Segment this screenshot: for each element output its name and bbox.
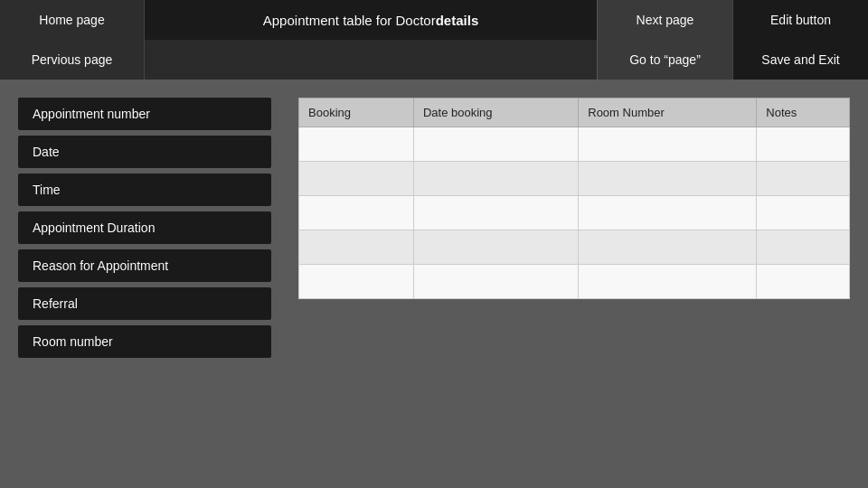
table-row: [299, 162, 850, 196]
table-cell-2-2[interactable]: [579, 196, 757, 230]
edit-button[interactable]: Edit button: [732, 0, 868, 40]
save-label: Save and Exit: [761, 52, 839, 67]
field-label-3[interactable]: Appointment Duration: [18, 211, 271, 244]
table-cell-2-0[interactable]: [299, 196, 414, 230]
table-cell-0-3[interactable]: [757, 127, 850, 162]
edit-label: Edit button: [770, 13, 831, 27]
appointment-table: BookingDate bookingRoom NumberNotes: [298, 98, 850, 299]
table-cell-0-0[interactable]: [299, 127, 414, 162]
title-bold: details: [436, 13, 479, 28]
field-label-6[interactable]: Room number: [18, 325, 271, 358]
field-label-0[interactable]: Appointment number: [18, 98, 271, 130]
table-cell-4-1[interactable]: [413, 265, 578, 299]
top-nav-bar2: Pervious page Go to “page” Save and Exit: [0, 40, 868, 80]
table-header-row: BookingDate bookingRoom NumberNotes: [299, 99, 850, 127]
table-cell-2-3[interactable]: [757, 196, 850, 230]
goto-label: Go to “page”: [629, 52, 701, 67]
col-header-2: Room Number: [579, 99, 757, 127]
table-cell-0-1[interactable]: [413, 127, 578, 162]
table-cell-1-3[interactable]: [757, 162, 850, 196]
table-cell-3-3[interactable]: [757, 230, 850, 265]
table-cell-0-2[interactable]: [579, 127, 757, 162]
right-panel: BookingDate bookingRoom NumberNotes: [289, 89, 868, 479]
main-content: Appointment numberDateTimeAppointment Du…: [0, 80, 868, 488]
home-label: Home page: [39, 13, 104, 27]
table-cell-1-1[interactable]: [413, 162, 578, 196]
table-cell-1-0[interactable]: [299, 162, 414, 196]
left-panel: Appointment numberDateTimeAppointment Du…: [0, 89, 289, 479]
table-cell-1-2[interactable]: [579, 162, 757, 196]
table-row: [299, 127, 850, 162]
page-title: Appointment table for Doctor details: [145, 0, 597, 40]
table-cell-4-2[interactable]: [579, 265, 757, 299]
table-row: [299, 265, 850, 299]
next-label: Next page: [637, 13, 694, 27]
top-nav-bar: Home page Appointment table for Doctor d…: [0, 0, 868, 40]
col-header-1: Date booking: [413, 99, 578, 127]
previous-page-button[interactable]: Pervious page: [0, 40, 145, 80]
prev-label: Pervious page: [32, 52, 113, 67]
title-prefix: Appointment table for Doctor: [263, 13, 436, 28]
table-cell-2-1[interactable]: [413, 196, 578, 230]
table-body: [299, 127, 850, 299]
table-cell-3-0[interactable]: [299, 230, 414, 265]
table-row: [299, 196, 850, 230]
table-cell-4-3[interactable]: [757, 265, 850, 299]
col-header-0: Booking: [299, 99, 414, 127]
field-label-5[interactable]: Referral: [18, 287, 271, 320]
table-row: [299, 230, 850, 265]
save-exit-button[interactable]: Save and Exit: [732, 40, 868, 80]
col-header-3: Notes: [757, 99, 850, 127]
next-page-button[interactable]: Next page: [597, 0, 732, 40]
nav-spacer: [145, 40, 597, 80]
field-label-1[interactable]: Date: [18, 136, 271, 168]
table-cell-3-2[interactable]: [579, 230, 757, 265]
field-label-2[interactable]: Time: [18, 174, 271, 206]
field-label-4[interactable]: Reason for Appointment: [18, 249, 271, 282]
table-cell-4-0[interactable]: [299, 265, 414, 299]
table-cell-3-1[interactable]: [413, 230, 578, 265]
home-button[interactable]: Home page: [0, 0, 145, 40]
goto-page-button[interactable]: Go to “page”: [597, 40, 732, 80]
